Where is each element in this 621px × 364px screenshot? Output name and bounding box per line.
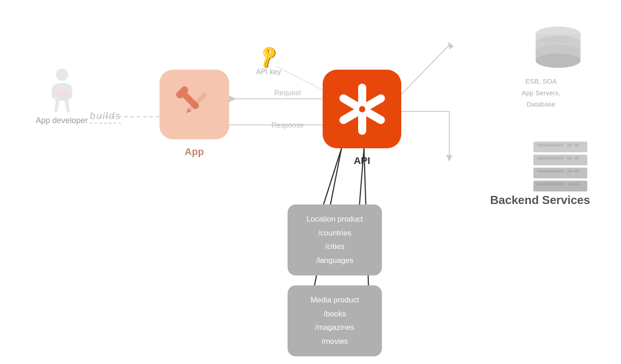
app-icon [170, 80, 219, 129]
svg-rect-51 [537, 183, 564, 186]
server-rack-icon [529, 139, 592, 198]
svg-rect-50 [533, 181, 587, 191]
location-product-text: Location product/countries/cities/langua… [306, 215, 363, 265]
person-icon [44, 67, 80, 112]
svg-rect-40 [567, 144, 572, 146]
database-icon [531, 20, 585, 74]
svg-marker-4 [229, 96, 237, 102]
backend-services-label: Backend Services [484, 193, 596, 207]
svg-rect-48 [567, 170, 572, 173]
svg-rect-42 [533, 155, 587, 165]
svg-rect-41 [574, 144, 579, 146]
request-label: Request [243, 89, 333, 97]
api-hub-label: API [323, 155, 401, 167]
api-key-label: API key [256, 68, 281, 76]
api-hub [323, 70, 401, 148]
svg-point-37 [536, 53, 581, 68]
svg-line-20 [56, 100, 58, 111]
backend-sublabel: ESB, SOAApp Servers,Database [496, 75, 586, 110]
esb-soa-text: ESB, SOAApp Servers,Database [522, 77, 561, 108]
svg-rect-46 [533, 168, 587, 178]
svg-line-1 [276, 67, 323, 90]
app-developer-section: App developer [25, 67, 99, 125]
svg-rect-38 [533, 142, 587, 152]
svg-rect-39 [537, 144, 564, 146]
svg-rect-45 [574, 157, 579, 160]
svg-line-8 [401, 45, 449, 94]
location-product-box: Location product/countries/cities/langua… [288, 204, 382, 275]
app-label: App [160, 146, 229, 158]
svg-rect-53 [574, 183, 579, 186]
svg-rect-43 [537, 157, 564, 160]
media-product-text: Media product/books/magazines/movies [310, 296, 359, 346]
diagram-container: App developer builds App 🔑 API key Reque… [0, 0, 621, 364]
key-icon: 🔑 [255, 44, 282, 70]
api-hub-icon [333, 80, 391, 138]
svg-point-30 [359, 106, 365, 112]
api-key-area: 🔑 API key [256, 47, 281, 76]
svg-rect-52 [567, 183, 572, 186]
svg-line-21 [66, 100, 68, 111]
svg-rect-44 [567, 157, 572, 160]
svg-rect-49 [574, 170, 579, 173]
svg-marker-12 [446, 155, 452, 162]
media-product-box: Media product/books/magazines/movies [288, 285, 382, 356]
svg-point-17 [56, 69, 68, 81]
svg-rect-47 [537, 170, 564, 173]
svg-rect-18 [57, 92, 68, 99]
builds-label: builds [90, 110, 121, 124]
response-label: Response [243, 121, 333, 129]
svg-marker-9 [448, 42, 454, 49]
app-box [160, 70, 229, 139]
backend-servers-icon [529, 139, 592, 198]
app-developer-label: App developer [35, 116, 88, 125]
backend-db-icon [531, 20, 585, 74]
